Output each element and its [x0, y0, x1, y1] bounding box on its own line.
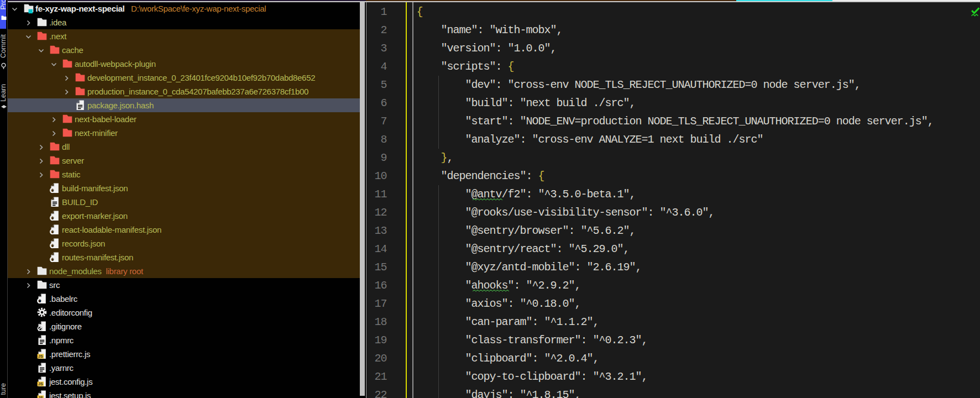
svg-text:{}: {} [38, 299, 42, 303]
svg-text:JS: JS [38, 396, 43, 398]
svg-text:JS: JS [38, 382, 43, 386]
svg-text:{}: {} [50, 244, 55, 248]
svg-text:{}: {} [50, 216, 55, 221]
svg-text:{}: {} [50, 188, 55, 193]
svg-text:JS: JS [38, 354, 43, 358]
svg-text:{}: {} [50, 258, 55, 262]
svg-text:{}: {} [50, 230, 55, 234]
